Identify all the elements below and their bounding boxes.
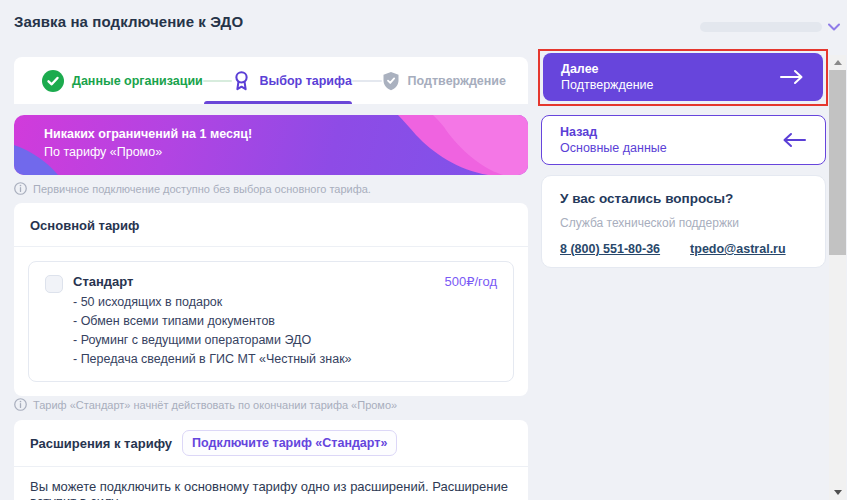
arrow-right-icon: [779, 69, 805, 85]
extensions-description: Вы можете подключить к основному тарифу …: [14, 467, 528, 500]
triangle-up-icon: [834, 60, 842, 65]
vertical-scrollbar[interactable]: [829, 55, 846, 500]
shield-check-icon: [382, 71, 400, 91]
extensions-title: Расширения к тарифу: [30, 436, 172, 451]
info-icon: [14, 182, 27, 195]
scroll-up-button[interactable]: [829, 55, 846, 70]
tariff-option-standard[interactable]: Стандарт - 50 исходящих в подарок - Обме…: [28, 261, 514, 382]
step-confirmation[interactable]: Подтверждение: [382, 71, 506, 91]
step-label: Данные организации: [72, 74, 203, 88]
tariff-name: Стандарт: [73, 274, 444, 289]
info-note-text: Первичное подключение доступно без выбор…: [33, 183, 371, 195]
info-icon: [14, 398, 27, 411]
award-icon: [232, 70, 251, 91]
next-button-sublabel: Подтверждение: [561, 78, 654, 92]
standard-required-badge: Подключите тариф «Стандарт»: [182, 430, 397, 456]
user-menu-skeleton: [700, 22, 822, 32]
back-button[interactable]: Назад Основные данные: [541, 115, 826, 165]
stepper: Данные организации Выбор тарифа Подтверж…: [14, 57, 528, 104]
next-button[interactable]: Далее Подтверждение: [543, 53, 823, 101]
step-label: Подтверждение: [408, 74, 506, 88]
support-email-link[interactable]: tpedo@astral.ru: [690, 242, 786, 256]
info-note-text: Тариф «Стандарт» начнёт действовать по о…: [33, 399, 397, 411]
step-organization-data[interactable]: Данные организации: [42, 70, 203, 92]
step-connector: [352, 80, 382, 82]
main-tariff-card: Основной тариф Стандарт - 50 исходящих в…: [14, 203, 528, 396]
arrow-left-icon: [781, 132, 807, 148]
support-phone-link[interactable]: 8 (800) 551-80-36: [560, 242, 660, 256]
page-title: Заявка на подключение к ЭДО: [14, 13, 243, 30]
main-tariff-title: Основной тариф: [14, 203, 528, 246]
step-tariff-choice[interactable]: Выбор тарифа: [232, 70, 351, 91]
support-title: У вас остались вопросы?: [560, 191, 807, 206]
extensions-card: Расширения к тарифу Подключите тариф «Ст…: [14, 420, 528, 500]
support-card: У вас остались вопросы? Служба техническ…: [541, 175, 826, 268]
scroll-thumb[interactable]: [829, 70, 846, 255]
next-button-label: Далее: [561, 62, 654, 76]
scroll-down-button[interactable]: [829, 485, 846, 500]
step-label: Выбор тарифа: [259, 74, 351, 88]
support-subtitle: Служба технической поддержки: [560, 216, 807, 230]
banner-subline: По тарифу «Промо»: [44, 145, 252, 159]
tariff-price: 500₽/год: [444, 274, 497, 289]
banner-pink-wave: [338, 115, 528, 175]
info-note-primary: Первичное подключение доступно без выбор…: [14, 182, 371, 195]
step-connector: [203, 80, 233, 82]
tariff-checkbox[interactable]: [45, 275, 63, 293]
active-step-underline: [204, 101, 352, 104]
tariff-feature: - Роуминг с ведущими операторами ЭДО: [73, 331, 444, 350]
triangle-down-icon: [834, 490, 842, 495]
promo-banner: Никаких ограничений на 1 месяц! По тариф…: [14, 115, 528, 175]
check-circle-icon: [42, 70, 64, 92]
tariff-feature: - Обмен всеми типами документов: [73, 312, 444, 331]
back-button-label: Назад: [560, 125, 667, 139]
info-note-standard: Тариф «Стандарт» начнёт действовать по о…: [14, 398, 397, 411]
banner-headline: Никаких ограничений на 1 месяц!: [44, 127, 252, 141]
back-button-sublabel: Основные данные: [560, 141, 667, 155]
tariff-feature: - Передача сведений в ГИС МТ «Честный зн…: [73, 350, 444, 369]
user-menu[interactable]: [700, 16, 840, 38]
tariff-feature: - 50 исходящих в подарок: [73, 293, 444, 312]
chevron-down-icon: [828, 23, 840, 31]
